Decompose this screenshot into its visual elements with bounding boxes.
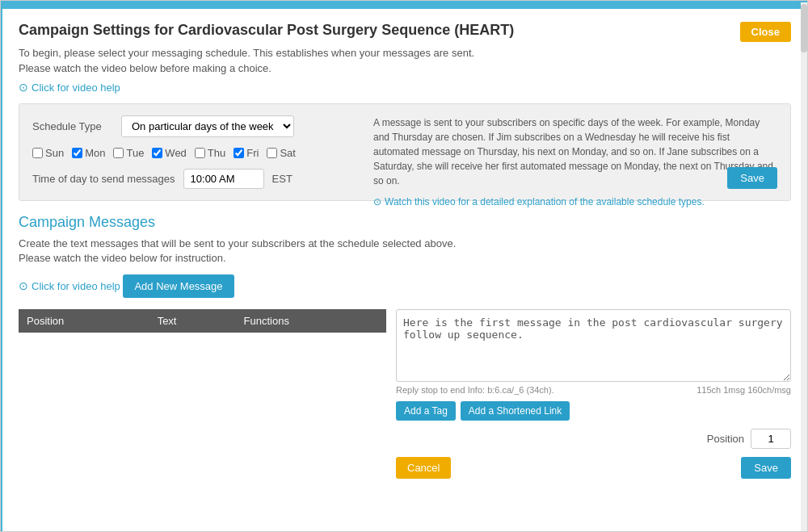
message-editor: Here is the first message in the post ca…	[396, 309, 791, 479]
schedule-box: Schedule Type On particular days of the …	[19, 103, 791, 201]
message-textarea[interactable]: Here is the first message in the post ca…	[396, 309, 791, 382]
day-tue-label: Tue	[126, 147, 144, 159]
add-new-message-button[interactable]: Add New Message	[123, 274, 234, 298]
day-fri-checkbox[interactable]	[234, 148, 244, 158]
day-tue-checkbox[interactable]	[113, 148, 124, 158]
position-label: Position	[707, 433, 744, 445]
video-link-top[interactable]: Click for video help	[19, 81, 120, 94]
col-functions: Functions	[236, 309, 386, 333]
messages-table: Position Text Functions	[19, 309, 386, 333]
cancel-button[interactable]: Cancel	[396, 457, 451, 479]
day-mon: Mon	[72, 147, 105, 159]
day-fri: Fri	[234, 147, 259, 159]
schedule-type-select[interactable]: On particular days of the week Every N d…	[121, 115, 294, 137]
day-wed-label: Wed	[165, 147, 187, 159]
title-bold: Cardiovascular Post Surgery Sequence (HE…	[178, 22, 514, 38]
day-sun-checkbox[interactable]	[32, 148, 43, 158]
day-mon-checkbox[interactable]	[72, 148, 82, 158]
tag-buttons-row: Add a Tag Add a Shortened Link	[396, 401, 791, 421]
day-sat: Sat	[267, 147, 296, 159]
day-wed-checkbox[interactable]	[152, 148, 162, 158]
page-title: Campaign Settings for Cardiovascular Pos…	[19, 22, 791, 39]
char-count-info: 115ch 1msg 160ch/msg	[696, 385, 791, 395]
time-input[interactable]	[183, 169, 264, 189]
day-sat-checkbox[interactable]	[267, 148, 277, 158]
day-tue: Tue	[113, 147, 144, 159]
watch-video-link[interactable]: Watch this video for a detailed explanat…	[373, 195, 705, 209]
day-sat-label: Sat	[280, 147, 296, 159]
editor-action-row: Cancel Save	[396, 457, 791, 479]
intro-line2: Please watch the video below before maki…	[19, 62, 791, 74]
day-sun: Sun	[32, 147, 64, 159]
day-wed: Wed	[152, 147, 187, 159]
page-wrapper: Campaign Settings for Cardiovascular Pos…	[1, 1, 808, 532]
position-input[interactable]	[751, 429, 791, 449]
add-shortened-link-button[interactable]: Add a Shortened Link	[461, 401, 570, 421]
schedule-info-box: A message is sent to your subscribers on…	[373, 115, 777, 209]
time-label: Time of day to send messages	[32, 173, 175, 185]
close-button[interactable]: Close	[740, 22, 791, 42]
title-prefix: Campaign Settings for	[19, 22, 174, 38]
add-tag-button[interactable]: Add a Tag	[396, 401, 456, 421]
reply-info-row: Reply stop to end Info: b:6.ca/_6 (34ch)…	[396, 385, 791, 395]
scrollbar-track	[801, 2, 807, 531]
col-position: Position	[19, 309, 149, 333]
save-message-button[interactable]: Save	[741, 457, 791, 479]
messages-layout: Position Text Functions Here is the firs…	[19, 309, 791, 479]
day-fri-label: Fri	[246, 147, 259, 159]
schedule-info-text: A message is sent to your subscribers on…	[373, 115, 777, 188]
col-text: Text	[149, 309, 236, 333]
day-mon-label: Mon	[85, 147, 105, 159]
schedule-type-label: Schedule Type	[32, 120, 113, 132]
schedule-save-button[interactable]: Save	[727, 167, 777, 189]
video-link-messages[interactable]: Click for video help	[19, 279, 120, 292]
header-bar	[2, 2, 807, 9]
messages-desc-line2: Please watch the video below for instruc…	[19, 252, 791, 264]
content-area: Campaign Settings for Cardiovascular Pos…	[2, 9, 807, 492]
day-sun-label: Sun	[45, 147, 64, 159]
position-row: Position	[396, 429, 791, 449]
day-thu-label: Thu	[208, 147, 225, 159]
campaign-messages-title: Campaign Messages	[19, 214, 791, 231]
messages-table-area: Position Text Functions	[19, 309, 386, 479]
scrollbar-thumb[interactable]	[801, 4, 807, 52]
table-header-row: Position Text Functions	[19, 309, 386, 333]
day-thu-checkbox[interactable]	[195, 148, 205, 158]
day-thu: Thu	[195, 147, 225, 159]
messages-desc-line1: Create the text messages that will be se…	[19, 237, 791, 249]
intro-line1: To begin, please select your messaging s…	[19, 47, 791, 59]
reply-info-text: Reply stop to end Info: b:6.ca/_6 (34ch)…	[396, 385, 554, 395]
timezone-label: EST	[272, 173, 292, 185]
